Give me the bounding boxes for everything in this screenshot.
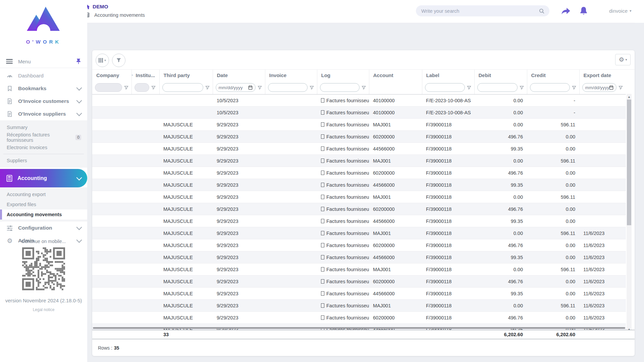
sidebar-item-accounting[interactable]: Accounting <box>0 169 87 187</box>
filter-button[interactable] <box>112 54 125 67</box>
top-header: DEMO Accounting movements dinvoice ▾ <box>84 0 635 23</box>
table-row[interactable]: MAJUSCULE9/29/2023Factures fournisseurs4… <box>92 179 626 191</box>
table-row[interactable]: MAJUSCULE9/29/2023Factures fournisseurs4… <box>92 215 626 227</box>
funnel-icon[interactable] <box>362 85 366 90</box>
funnel-icon[interactable] <box>258 85 262 90</box>
table-row[interactable]: MAJUSCULE9/29/2023Factures fournisseurs6… <box>92 203 626 215</box>
table-row[interactable]: MAJUSCULE9/29/2023Factures fournisseurs6… <box>92 167 626 179</box>
table-row[interactable]: 10/5/2023Factures fournisseurs40100000F/… <box>92 107 626 119</box>
brand-logo: O'WORK <box>0 0 87 55</box>
table-row[interactable]: MAJUSCULE9/29/2023Factures fournisseursM… <box>92 191 626 203</box>
horizontal-scrollbar[interactable] <box>93 327 625 329</box>
col-header-export-date[interactable]: Export date <box>579 70 626 81</box>
submenu-item-exported-files[interactable]: Exported files <box>0 199 87 209</box>
funnel-icon[interactable] <box>520 85 524 90</box>
columns-button[interactable]: ▾ <box>96 54 109 67</box>
table-settings-button[interactable]: ⚙ ▾ <box>615 54 631 65</box>
table-row[interactable]: MAJUSCULE9/29/2023Factures fournisseursM… <box>92 300 626 312</box>
sidebar-menu-row: Menu <box>0 55 87 68</box>
sidebar: O'WORK Menu Dashboard Bookmarks <box>0 0 87 362</box>
share-icon[interactable] <box>561 6 571 15</box>
col-header-date[interactable]: Date <box>213 70 265 81</box>
col-header-institution[interactable]: ▶Institu... <box>131 70 159 81</box>
app-root: O'WORK Menu Dashboard Bookmarks <box>0 0 644 362</box>
table-row[interactable]: MAJUSCULE9/29/2023Factures fournisseursM… <box>92 119 626 131</box>
missing-glyph-icon <box>321 110 324 115</box>
col-header-invoice[interactable]: Invoice <box>265 70 317 81</box>
col-header-log[interactable]: Log <box>317 70 369 81</box>
search-icon[interactable] <box>539 8 545 14</box>
missing-glyph-icon <box>321 146 324 151</box>
table-row[interactable]: MAJUSCULE9/29/2023Factures fournisseurs6… <box>92 276 626 288</box>
missing-glyph-icon <box>321 243 324 247</box>
funnel-icon[interactable] <box>572 85 577 90</box>
filter-invoice-input[interactable] <box>268 83 308 92</box>
file-invoice-icon <box>6 111 13 117</box>
hamburger-icon[interactable] <box>6 59 13 64</box>
funnel-icon[interactable] <box>619 85 623 90</box>
table-row[interactable]: MAJUSCULE9/29/2023Factures fournisseurs6… <box>92 131 626 143</box>
filter-credit-input[interactable] <box>530 83 570 92</box>
funnel-icon[interactable] <box>151 85 156 90</box>
filter-label-input[interactable] <box>425 83 465 92</box>
col-header-debit[interactable]: Debit <box>474 70 527 81</box>
filter-export-date-input[interactable]: mm/dd/yyyy <box>582 83 617 92</box>
missing-glyph-icon <box>321 183 324 187</box>
vertical-scrollbar[interactable]: ▲ ▲ ▼ <box>627 94 632 339</box>
filter-date-input[interactable]: mm/dd/yyyy <box>216 83 256 92</box>
submenu-item-electronic-invoices[interactable]: Electronic Invoices <box>0 142 87 153</box>
missing-glyph-icon <box>321 171 324 175</box>
chevron-down-icon <box>76 98 82 104</box>
sidebar-item-oinvoice-customers[interactable]: O'Invoice customers <box>0 95 87 108</box>
page-title: DEMO <box>93 4 108 10</box>
col-header-label[interactable]: Label <box>422 70 474 81</box>
chevron-down-icon <box>76 111 82 116</box>
scrollbar-thumb[interactable] <box>627 100 631 225</box>
col-header-credit[interactable]: Credit <box>527 70 579 81</box>
expand-column-icon[interactable]: ▶ <box>131 73 133 77</box>
submenu-item-summary[interactable]: Summary <box>0 122 87 132</box>
filter-third-party-input[interactable] <box>162 83 203 92</box>
submenu-item-accounting-export[interactable]: Accounting export <box>0 189 87 199</box>
table-row[interactable]: MAJUSCULE9/29/2023Factures fournisseurs6… <box>92 239 626 251</box>
sliders-icon <box>6 225 13 231</box>
table-row[interactable]: 10/5/2023Factures fournisseurs40100000F/… <box>92 95 626 107</box>
data-table: Company ▶Institu... Third party Date Inv… <box>92 70 626 336</box>
filter-debit-input[interactable] <box>477 83 518 92</box>
sidebar-item-configuration[interactable]: Configuration <box>0 222 87 234</box>
table-row[interactable]: MAJUSCULE9/29/2023Factures fournisseursM… <box>92 227 626 239</box>
col-header-account[interactable]: Account <box>369 70 422 81</box>
sidebar-item-bookmarks[interactable]: Bookmarks <box>0 82 87 95</box>
table-row[interactable]: MAJUSCULE9/29/2023Factures fournisseurs4… <box>92 251 626 263</box>
col-header-company[interactable]: Company <box>92 70 131 81</box>
filter-log-input[interactable] <box>320 83 360 92</box>
sidebar-item-oinvoice-suppliers[interactable]: O'Invoice suppliers <box>0 108 87 120</box>
table-row[interactable]: MAJUSCULE9/29/2023Factures fournisseurs4… <box>92 143 626 155</box>
user-menu[interactable]: dinvoice ▾ <box>609 8 632 14</box>
qr-code <box>22 247 65 290</box>
submenu-item-suppliers[interactable]: Suppliers <box>0 156 87 166</box>
scroll-up-icon[interactable]: ▲ <box>627 94 632 99</box>
submenu-item-accounting-movements[interactable]: Accounting movements <box>0 209 87 220</box>
table-row[interactable]: MAJUSCULE9/29/2023Factures fournisseurs4… <box>92 288 626 300</box>
missing-glyph-icon <box>321 267 324 272</box>
sidebar-item-dashboard[interactable]: Dashboard <box>0 69 87 82</box>
table-row[interactable]: MAJUSCULE9/29/2023Factures fournisseurs6… <box>92 312 626 324</box>
chevron-down-icon <box>76 225 82 230</box>
funnel-icon[interactable] <box>205 85 210 90</box>
funnel-icon[interactable] <box>467 85 472 90</box>
table-row[interactable]: MAJUSCULE9/29/2023Factures fournisseursM… <box>92 155 626 167</box>
funnel-icon[interactable] <box>124 85 129 90</box>
totals-row: 33 6,202.60 6,202.60 <box>92 330 635 339</box>
pin-icon[interactable] <box>76 58 81 64</box>
mobile-hint: Continue on mobile... <box>0 239 87 244</box>
search-input[interactable] <box>421 8 539 14</box>
mobile-block: Continue on mobile... version Novembre 2… <box>0 239 87 312</box>
caret-down-icon: ▾ <box>626 58 627 61</box>
funnel-icon[interactable] <box>310 85 314 90</box>
bell-icon[interactable] <box>579 6 588 16</box>
submenu-item-receptions[interactable]: Réceptions factures fournisseurs 0 <box>0 132 87 142</box>
legal-notice-link[interactable]: Legal notice <box>0 307 87 312</box>
col-header-third-party[interactable]: Third party <box>159 70 213 81</box>
table-row[interactable]: MAJUSCULE9/29/2023Factures fournisseursM… <box>92 263 626 276</box>
